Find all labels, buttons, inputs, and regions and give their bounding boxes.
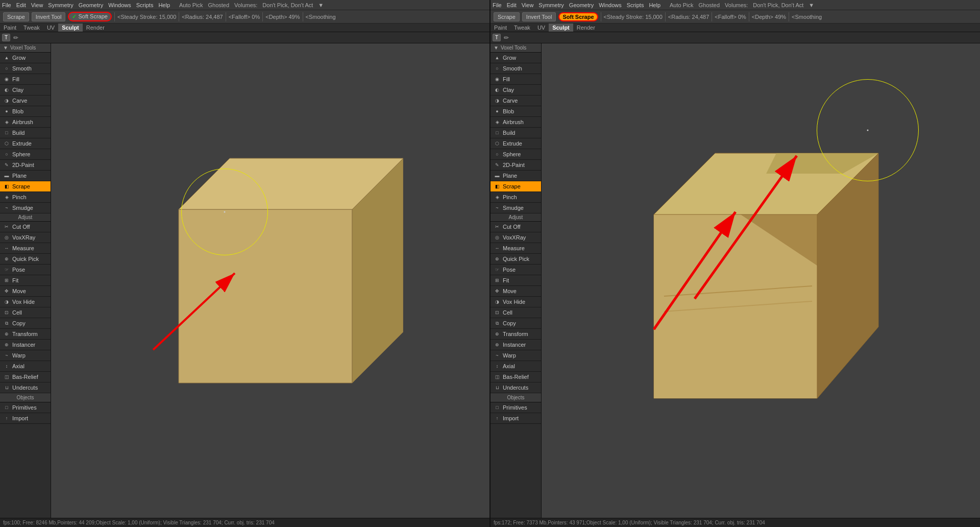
sidebar-item-warp-right[interactable]: ~ Warp	[491, 350, 541, 361]
tab-sculpt-left[interactable]: Sculpt	[58, 23, 83, 32]
invert-tool-btn-right[interactable]: Invert Tool	[522, 12, 556, 21]
sidebar-item-quickpick-right[interactable]: ⊕ Quick Pick	[491, 254, 541, 265]
menu-help-left[interactable]: Help	[158, 2, 170, 8]
invert-tool-btn-left[interactable]: Invert Tool	[32, 12, 66, 21]
sidebar-item-pinch-right[interactable]: ◈ Pinch	[491, 192, 541, 203]
sidebar-item-voxhide-right[interactable]: ◑ Vox Hide	[491, 297, 541, 307]
sidebar-item-fill-right[interactable]: ◉ Fill	[491, 74, 541, 85]
sidebar-item-build-left[interactable]: □ Build	[0, 128, 51, 138]
sidebar-item-pose-left[interactable]: ☞ Pose	[0, 265, 51, 275]
sidebar-item-basrelief-left[interactable]: ◫ Bas-Relief	[0, 372, 51, 382]
sidebar-item-fill-left[interactable]: ◉ Fill	[0, 74, 51, 85]
sidebar-item-smudge-right[interactable]: ~ Smudge	[491, 203, 541, 213]
falloff-left[interactable]: <Falloff> 0%	[229, 14, 260, 20]
radius-right[interactable]: <Radius: 24,487	[668, 14, 709, 20]
sidebar-item-pose-right[interactable]: ☞ Pose	[491, 265, 541, 275]
sidebar-item-voxhide-left[interactable]: ◑ Vox Hide	[0, 297, 51, 307]
sidebar-item-cell-right[interactable]: ⊡ Cell	[491, 307, 541, 318]
voxel-tools-header-left[interactable]: ▼ Voxel Tools	[0, 43, 51, 53]
menu-file-left[interactable]: File	[2, 2, 11, 8]
sidebar-item-cell-left[interactable]: ⊡ Cell	[0, 307, 51, 318]
sidebar-item-scrape-right[interactable]: ◧ Scrape	[491, 181, 541, 192]
tab-tweak-left[interactable]: Tweak	[20, 23, 43, 32]
radius-left[interactable]: <Radius: 24,487	[182, 14, 223, 20]
sidebar-item-blob-right[interactable]: ● Blob	[491, 106, 541, 117]
sidebar-item-copy-left[interactable]: ⧉ Copy	[0, 318, 51, 329]
depth-right[interactable]: <Depth> 49%	[752, 14, 786, 20]
menu-help-right[interactable]: Help	[649, 2, 660, 8]
sidebar-item-primitives-right[interactable]: □ Primitives	[491, 402, 541, 413]
sidebar-item-copy-right[interactable]: ⧉ Copy	[491, 318, 541, 329]
tab-uv-left[interactable]: UV	[43, 23, 58, 32]
menu-geometry-right[interactable]: Geometry	[569, 2, 594, 8]
sidebar-item-measure-right[interactable]: ↔ Measure	[491, 243, 541, 254]
sidebar-item-plane-left[interactable]: ▬ Plane	[0, 171, 51, 181]
menu-file-right[interactable]: File	[493, 2, 502, 8]
sidebar-item-2dpaint-left[interactable]: ✎ 2D-Paint	[0, 160, 51, 171]
sidebar-item-move-right[interactable]: ✥ Move	[491, 286, 541, 297]
depth-left[interactable]: <Depth> 49%	[265, 14, 300, 20]
left-viewport[interactable]	[51, 43, 489, 518]
t-icon-left[interactable]: T	[2, 34, 10, 41]
sidebar-item-transform-left[interactable]: ⊕ Transform	[0, 329, 51, 340]
sidebar-item-smudge-left[interactable]: ~ Smudge	[0, 203, 51, 213]
menu-windows-left[interactable]: Windows	[108, 2, 131, 8]
steady-stroke-left[interactable]: <Steady Stroke: 15,000	[117, 14, 176, 20]
sidebar-item-move-left[interactable]: ✥ Move	[0, 286, 51, 297]
sidebar-item-instancer-left[interactable]: ⊕ Instancer	[0, 340, 51, 350]
tab-paint-left[interactable]: Paint	[0, 23, 20, 32]
tab-paint-right[interactable]: Paint	[491, 23, 510, 32]
sidebar-item-airbrush-right[interactable]: ◈ Airbrush	[491, 117, 541, 128]
menu-view-left[interactable]: View	[31, 2, 43, 8]
sidebar-item-carve-right[interactable]: ◑ Carve	[491, 95, 541, 106]
sidebar-item-cutoff-right[interactable]: ✂ Cut Off	[491, 222, 541, 232]
soft-scrape-btn-left[interactable]: ✓ Soft Scrape	[68, 12, 112, 21]
tab-render-right[interactable]: Render	[573, 23, 599, 32]
scrape-btn-right[interactable]: Scrape	[494, 12, 520, 21]
sidebar-item-clay-left[interactable]: ◐ Clay	[0, 85, 51, 95]
sidebar-item-blob-left[interactable]: ● Blob	[0, 106, 51, 117]
auto-pick-label-right[interactable]: Auto Pick	[670, 2, 693, 8]
sidebar-item-build-right[interactable]: □ Build	[491, 128, 541, 138]
steady-stroke-right[interactable]: <Steady Stroke: 15,000	[604, 14, 663, 20]
smoothing-right[interactable]: <Smoothing	[792, 14, 822, 20]
objects-header-left[interactable]: Objects	[0, 393, 51, 402]
menu-windows-right[interactable]: Windows	[599, 2, 622, 8]
falloff-right[interactable]: <Falloff> 0%	[715, 14, 746, 20]
sidebar-item-carve-left[interactable]: ◑ Carve	[0, 95, 51, 106]
dropdown-arrow-left[interactable]: ▼	[318, 2, 324, 8]
sidebar-item-import-left[interactable]: ↑ Import	[0, 413, 51, 424]
sidebar-item-instancer-right[interactable]: ⊕ Instancer	[491, 340, 541, 350]
menu-symmetry-right[interactable]: Symmetry	[538, 2, 564, 8]
sidebar-item-extrude-right[interactable]: ⬡ Extrude	[491, 138, 541, 149]
sidebar-item-fit-right[interactable]: ⊞ Fit	[491, 275, 541, 286]
t-icon-right[interactable]: T	[493, 34, 501, 41]
ghosted-label-right[interactable]: Ghosted	[699, 2, 720, 8]
sidebar-item-measure-left[interactable]: ↔ Measure	[0, 243, 51, 254]
voxel-tools-header-right[interactable]: ▼ Voxel Tools	[491, 43, 541, 53]
sidebar-item-airbrush-left[interactable]: ◈ Airbrush	[0, 117, 51, 128]
sidebar-item-smooth-left[interactable]: ○ Smooth	[0, 63, 51, 74]
menu-scripts-right[interactable]: Scripts	[627, 2, 644, 8]
ghosted-label-left[interactable]: Ghosted	[208, 2, 230, 8]
tab-sculpt-right[interactable]: Sculpt	[549, 23, 573, 32]
sidebar-item-voxray-right[interactable]: ◎ VoxXRay	[491, 232, 541, 243]
auto-pick-label-left[interactable]: Auto Pick	[179, 2, 203, 8]
sidebar-item-scrape-left[interactable]: ◧ Scrape	[0, 181, 51, 192]
sidebar-item-2dpaint-right[interactable]: ✎ 2D-Paint	[491, 160, 541, 171]
menu-edit-left[interactable]: Edit	[16, 2, 26, 8]
scrape-btn-left[interactable]: Scrape	[3, 12, 29, 21]
sidebar-item-import-right[interactable]: ↑ Import	[491, 413, 541, 424]
sidebar-item-axial-left[interactable]: ↕ Axial	[0, 361, 51, 372]
menu-geometry-left[interactable]: Geometry	[79, 2, 103, 8]
sidebar-item-basrelief-right[interactable]: ◫ Bas-Relief	[491, 372, 541, 382]
sidebar-item-grow-left[interactable]: ▲ Grow	[0, 53, 51, 63]
sidebar-item-transform-right[interactable]: ⊕ Transform	[491, 329, 541, 340]
dropdown-arrow-right[interactable]: ▼	[808, 2, 814, 8]
sidebar-item-grow-right[interactable]: ▲ Grow	[491, 53, 541, 63]
menu-symmetry-left[interactable]: Symmetry	[48, 2, 74, 8]
sidebar-item-sphere-right[interactable]: ○ Sphere	[491, 149, 541, 160]
menu-view-right[interactable]: View	[522, 2, 534, 8]
menu-edit-right[interactable]: Edit	[507, 2, 517, 8]
sidebar-item-clay-right[interactable]: ◐ Clay	[491, 85, 541, 95]
